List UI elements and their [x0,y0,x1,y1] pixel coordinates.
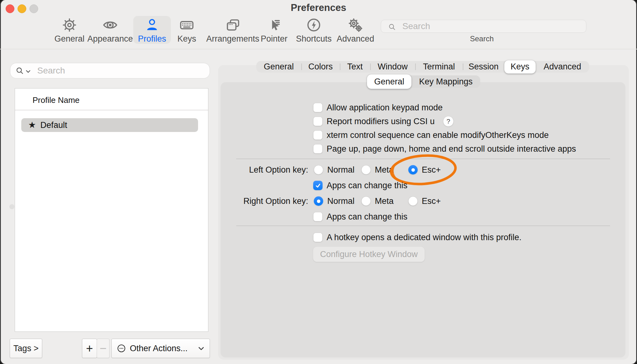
person-icon [144,17,160,33]
toolbar-label: Shortcuts [296,35,332,43]
tab-colors[interactable]: Colors [301,61,340,73]
checkbox-label: Page up, page down, home and end scroll … [327,144,576,154]
checkbox-label: Allow application keypad mode [327,103,443,112]
checkbox-checked[interactable] [313,181,323,190]
tab-session[interactable]: Session [463,61,504,73]
search-icon [15,66,24,75]
scroll-dot [9,204,14,209]
toolbar-label: Keys [177,35,196,43]
right-option-label: Right Option key: [218,196,308,206]
check-icon [315,183,321,189]
toolbar-search-field[interactable] [381,20,586,33]
checkbox-unchecked[interactable] [313,144,323,154]
toolbar-item-advanced[interactable]: Advanced [332,16,379,44]
help-button[interactable]: ? [443,116,454,127]
checkbox-row-apps-change-left[interactable]: Apps can change this [313,180,407,190]
checkbox-label: A hotkey opens a dedicated window with t… [327,233,522,242]
eye-icon [102,17,118,33]
cursor-icon [266,17,282,33]
radio-right-meta[interactable]: Meta [361,196,394,206]
radio-unchecked[interactable] [408,196,418,206]
window-title: Preferences [0,2,637,13]
windows-icon [225,17,241,33]
profile-tab-bar: General Colors Text Window Terminal Sess… [256,61,589,73]
search-icon [388,23,396,31]
tab-terminal[interactable]: Terminal [415,61,463,73]
add-profile-button[interactable]: + [82,339,97,358]
checkbox-row-hotkey[interactable]: A hotkey opens a dedicated window with t… [313,232,522,242]
chevron-down-icon [198,345,205,352]
checkbox-row-apps-change-right[interactable]: Apps can change this [313,212,407,222]
radio-right-normal[interactable]: Normal [314,196,354,206]
keyboard-icon [179,17,195,33]
checkbox-unchecked[interactable] [313,212,323,221]
profile-list-header: Profile Name [33,95,79,105]
other-actions-label: Other Actions... [130,344,194,353]
gear-icon [61,17,78,33]
profile-search-field[interactable] [10,63,210,78]
radio-checked[interactable] [408,165,418,174]
checkbox-row-scroll-outside[interactable]: Page up, page down, home and end scroll … [313,144,576,154]
checkbox-label: Apps can change this [327,212,407,221]
checkbox-row-keypad[interactable]: Allow application keypad mode [313,103,443,113]
profile-list: Profile Name ★ Default [15,88,208,332]
chevron-down-icon[interactable] [25,69,31,73]
radio-left-esc[interactable]: Esc+ [408,165,441,175]
profile-search-input[interactable] [37,64,201,77]
ellipsis-circle-icon [117,344,126,353]
toolbar-search-label: Search [438,34,526,43]
list-header-divider [15,110,208,110]
checkbox-unchecked[interactable] [313,130,323,140]
tab-advanced[interactable]: Advanced [536,61,589,73]
profile-name: Default [40,120,67,130]
radio-unchecked[interactable] [361,165,371,174]
radio-label: Meta [375,196,394,206]
radio-label: Esc+ [422,196,441,206]
tags-button[interactable]: Tags > [10,339,42,358]
radio-unchecked[interactable] [314,165,323,174]
toolbar-divider [0,49,637,49]
radio-checked[interactable] [314,196,323,206]
profile-row-default[interactable]: ★ Default [21,118,198,132]
keys-subtab-bar: General Key Mappings [367,75,480,88]
radio-unchecked[interactable] [361,196,371,206]
section-divider [236,225,610,226]
tab-general[interactable]: General [256,61,301,73]
subtab-key-mappings[interactable]: Key Mappings [411,75,480,88]
radio-left-normal[interactable]: Normal [314,165,354,175]
checkbox-label: Report modifiers using CSI u [327,117,435,126]
left-option-label: Left Option key: [218,165,308,174]
radio-left-meta[interactable]: Meta [361,165,394,175]
radio-right-esc[interactable]: Esc+ [408,196,441,206]
subtab-general[interactable]: General [367,74,411,89]
checkbox-row-modifyotherkeys[interactable]: xterm control sequence can enable modify… [313,130,549,140]
checkbox-label: Apps can change this [327,181,407,190]
checkbox-unchecked[interactable] [313,103,323,112]
toolbar-item-arrangements[interactable]: Arrangements [201,16,264,44]
radio-label: Meta [375,165,394,174]
radio-label: Normal [327,196,354,206]
checkbox-label: xterm control sequence can enable modify… [327,130,549,140]
star-icon: ★ [28,121,36,129]
toolbar-item-appearance[interactable]: Appearance [83,16,138,44]
toolbar-label: Advanced [337,35,374,43]
toolbar-search-input[interactable] [402,21,578,32]
preferences-window: Preferences General Appearance Profile [0,0,637,364]
toolbar-item-shortcuts[interactable]: Shortcuts [291,16,336,44]
tab-window[interactable]: Window [370,61,415,73]
gears-icon [347,17,364,33]
other-actions-dropdown[interactable]: Other Actions... [111,339,210,358]
checkbox-row-csi-u[interactable]: Report modifiers using CSI u ? [313,116,454,126]
section-divider [236,159,610,159]
toolbar-item-keys[interactable]: Keys [173,16,201,44]
toolbar-label: Pointer [261,35,288,43]
toolbar-item-profiles[interactable]: Profiles [133,16,171,44]
tab-keys[interactable]: Keys [504,60,536,73]
radio-label: Esc+ [422,165,441,174]
remove-profile-button: − [97,339,110,358]
checkbox-unchecked[interactable] [313,117,323,126]
tab-text[interactable]: Text [340,61,370,73]
toolbar-item-pointer[interactable]: Pointer [256,16,292,44]
checkbox-unchecked[interactable] [313,233,323,242]
toolbar-label: Appearance [87,35,133,43]
